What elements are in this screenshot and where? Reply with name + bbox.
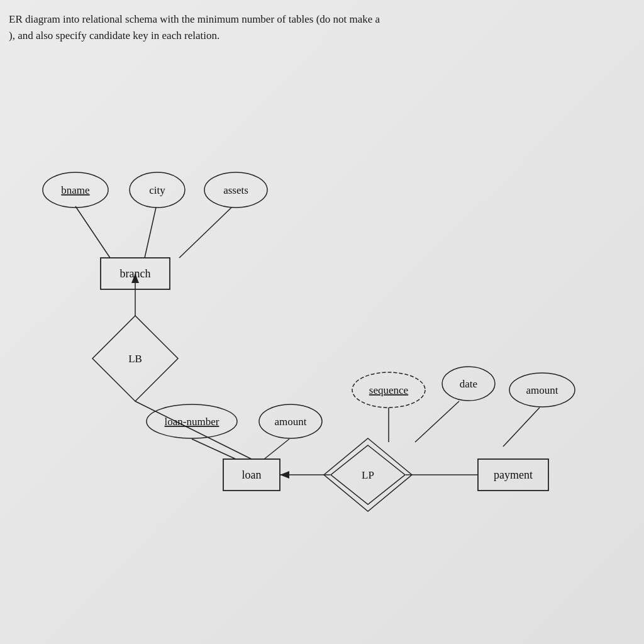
label-loan-number: loan-number: [165, 416, 219, 428]
label-payment: payment: [494, 469, 533, 481]
label-LB: LB: [128, 353, 142, 365]
svg-line-2: [179, 208, 231, 258]
page: ER diagram into relational schema with t…: [0, 0, 644, 644]
svg-line-1: [145, 208, 156, 258]
label-amount-loan: amount: [275, 416, 307, 428]
er-diagram-svg: bname city assets loan-number amount seq…: [0, 50, 644, 629]
label-bname: bname: [61, 184, 89, 196]
svg-line-7: [264, 439, 289, 459]
label-loan: loan: [242, 469, 262, 481]
svg-line-9: [415, 401, 459, 442]
header-line2: ), and also specify candidate key in eac…: [9, 30, 219, 42]
svg-line-0: [75, 206, 110, 258]
svg-marker-12: [280, 471, 289, 479]
svg-line-6: [192, 439, 236, 459]
label-branch: branch: [120, 267, 151, 280]
label-amount-payment: amount: [526, 384, 558, 396]
label-city: city: [149, 184, 165, 196]
label-LP: LP: [362, 469, 374, 481]
header-text: ER diagram into relational schema with t…: [6, 11, 638, 43]
label-sequence: sequence: [369, 384, 408, 396]
label-date: date: [460, 378, 477, 390]
svg-line-10: [503, 408, 540, 447]
label-assets: assets: [223, 184, 248, 196]
er-diagram: bname city assets loan-number amount seq…: [0, 50, 644, 629]
header-line1: ER diagram into relational schema with t…: [9, 13, 380, 25]
